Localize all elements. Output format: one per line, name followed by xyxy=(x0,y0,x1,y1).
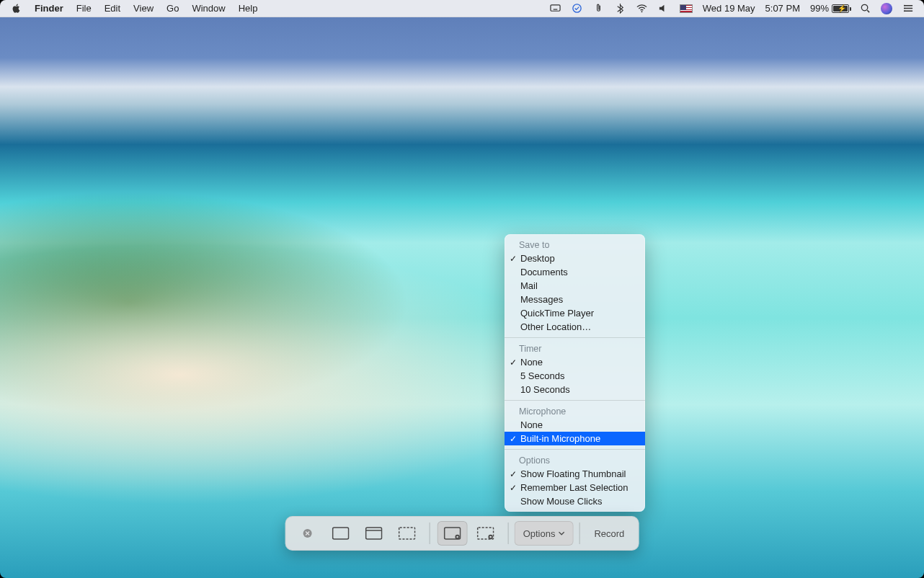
apple-logo-icon[interactable] xyxy=(10,3,22,14)
checkmark-icon: ✓ xyxy=(510,434,517,444)
input-source-flag-icon[interactable] xyxy=(680,4,693,13)
menu-edit[interactable]: Edit xyxy=(105,3,120,14)
menu-item-label: Other Location… xyxy=(520,321,591,332)
menu-divider xyxy=(505,449,645,450)
toolbar-separator xyxy=(579,523,579,544)
svg-point-3 xyxy=(641,11,643,12)
svg-point-19 xyxy=(456,536,458,538)
menu-item[interactable]: ✓Show Floating Thumbnail xyxy=(505,467,645,481)
battery-icon: ⚡ xyxy=(832,4,849,13)
menu-item[interactable]: Mail xyxy=(505,279,645,293)
record-button[interactable]: Record xyxy=(585,521,633,546)
menu-item[interactable]: QuickTime Player xyxy=(505,306,645,320)
close-button[interactable] xyxy=(293,521,323,546)
menu-item[interactable]: ✓Remember Last Selection xyxy=(505,481,645,494)
capture-selection-button[interactable] xyxy=(392,521,422,546)
svg-point-4 xyxy=(861,4,867,10)
menu-section-label: Save to xyxy=(505,238,645,252)
menu-item[interactable]: ✓Built-in Microphone xyxy=(505,432,645,445)
menu-item[interactable]: ✓Desktop xyxy=(505,252,645,265)
svg-rect-1 xyxy=(554,9,558,9)
app-name[interactable]: Finder xyxy=(35,3,63,14)
menu-item-label: Documents xyxy=(520,267,568,277)
capture-window-button[interactable] xyxy=(359,521,389,546)
menubar-date[interactable]: Wed 19 May xyxy=(703,3,755,14)
svg-point-22 xyxy=(489,536,492,538)
svg-point-11 xyxy=(903,10,905,12)
menu-item-label: Show Floating Thumbnail xyxy=(520,468,626,479)
menu-item-label: None xyxy=(520,357,543,368)
checkmark-icon: ✓ xyxy=(510,357,517,368)
menu-item-label: QuickTime Player xyxy=(520,308,594,319)
menu-item-label: Messages xyxy=(520,294,563,305)
menu-item-label: Built-in Microphone xyxy=(520,433,600,444)
battery-percent: 99% xyxy=(810,3,829,14)
menu-go[interactable]: Go xyxy=(166,3,179,14)
menubar-time[interactable]: 5:07 PM xyxy=(765,3,800,14)
bluetooth-icon[interactable] xyxy=(615,3,626,14)
notification-center-icon[interactable] xyxy=(902,3,914,14)
menu-item-label: Remember Last Selection xyxy=(520,482,628,493)
menu-file[interactable]: File xyxy=(76,3,92,14)
options-button-label: Options xyxy=(523,528,556,539)
attachment-icon[interactable] xyxy=(593,3,605,14)
menu-item[interactable]: None xyxy=(505,418,645,432)
menu-section-label: Timer xyxy=(505,342,645,355)
sync-icon[interactable] xyxy=(572,3,583,14)
svg-rect-0 xyxy=(551,5,560,11)
menu-section-label: Options xyxy=(505,453,645,467)
screenshot-toolbar: Options Record xyxy=(285,516,639,551)
record-selection-button[interactable] xyxy=(471,521,501,546)
keyboard-brightness-icon[interactable] xyxy=(550,3,561,14)
checkmark-icon: ✓ xyxy=(510,469,517,479)
menu-item[interactable]: ✓None xyxy=(505,355,645,369)
menu-item[interactable]: Messages xyxy=(505,293,645,306)
menu-item-label: Show Mouse Clicks xyxy=(520,496,602,507)
desktop: Finder File Edit View Go Window Help Wed… xyxy=(0,0,924,578)
record-entire-screen-button[interactable] xyxy=(437,521,468,546)
menu-item-label: Desktop xyxy=(520,253,555,264)
menu-divider xyxy=(505,337,645,338)
checkmark-icon: ✓ xyxy=(510,254,517,264)
menu-divider xyxy=(505,400,645,401)
menu-window[interactable]: Window xyxy=(192,3,225,14)
svg-point-10 xyxy=(903,8,905,9)
menu-item-label: None xyxy=(520,419,543,430)
menu-item-label: Mail xyxy=(520,280,538,291)
siri-icon[interactable] xyxy=(881,3,892,14)
menu-item[interactable]: Documents xyxy=(505,265,645,279)
toolbar-separator xyxy=(430,523,430,544)
menubar: Finder File Edit View Go Window Help Wed… xyxy=(0,0,924,17)
battery-status[interactable]: 99% ⚡ xyxy=(810,3,849,14)
checkmark-icon: ✓ xyxy=(510,483,517,493)
svg-rect-13 xyxy=(333,528,349,539)
record-button-label: Record xyxy=(594,528,624,539)
capture-entire-screen-button[interactable] xyxy=(326,521,356,546)
options-menu: Save to✓DesktopDocumentsMailMessagesQuic… xyxy=(505,234,645,512)
menu-item[interactable]: 10 Seconds xyxy=(505,383,645,396)
menu-item-label: 5 Seconds xyxy=(520,370,564,381)
menu-item[interactable]: Show Mouse Clicks xyxy=(505,494,645,508)
menu-item[interactable]: Other Location… xyxy=(505,320,645,334)
svg-rect-16 xyxy=(399,528,415,539)
svg-rect-14 xyxy=(366,528,382,539)
menu-item[interactable]: 5 Seconds xyxy=(505,369,645,383)
menu-section-label: Microphone xyxy=(505,404,645,418)
menu-view[interactable]: View xyxy=(133,3,154,14)
spotlight-icon[interactable] xyxy=(859,3,871,14)
svg-line-5 xyxy=(867,10,869,12)
wifi-icon[interactable] xyxy=(636,3,648,14)
menu-item-label: 10 Seconds xyxy=(520,384,570,395)
svg-point-9 xyxy=(903,5,905,6)
svg-point-2 xyxy=(573,4,581,12)
volume-icon[interactable] xyxy=(658,3,670,14)
options-button[interactable]: Options xyxy=(515,521,574,546)
toolbar-separator xyxy=(508,523,509,544)
menu-help[interactable]: Help xyxy=(239,3,258,14)
